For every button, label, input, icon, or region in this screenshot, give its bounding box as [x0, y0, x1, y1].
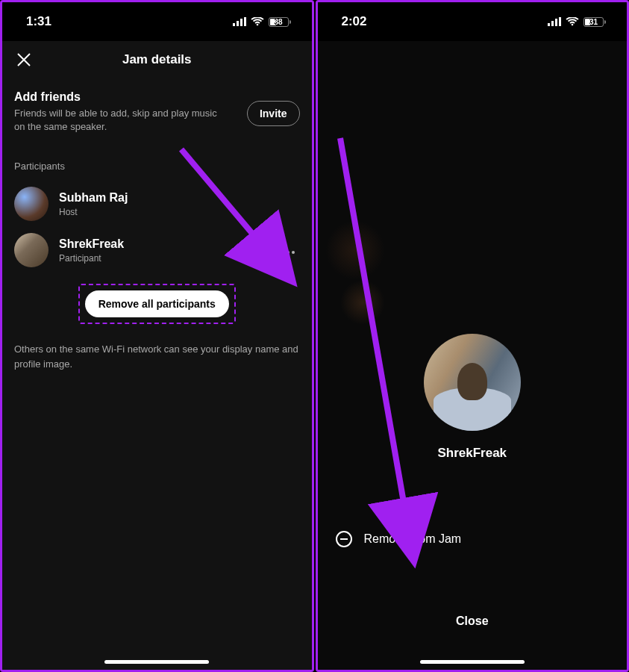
wifi-icon [251, 17, 264, 26]
svg-point-13 [572, 24, 574, 26]
svg-rect-10 [551, 21, 554, 26]
svg-point-4 [256, 24, 258, 26]
participants-label: Participants [2, 141, 312, 181]
home-indicator [104, 660, 209, 664]
participant-role: Host [59, 207, 300, 217]
svg-point-6 [287, 251, 290, 254]
svg-rect-12 [559, 17, 561, 26]
phone-right: 2:02 31 ShrekFre [316, 0, 630, 672]
page-title: Jam details [122, 52, 192, 67]
invite-button[interactable]: Invite [247, 101, 300, 126]
svg-rect-3 [244, 17, 246, 26]
participant-row-host: Subham Raj Host [2, 181, 312, 227]
close-button[interactable]: Close [444, 603, 501, 640]
status-bar: 1:31 38 [2, 2, 312, 41]
cellular-icon [548, 17, 561, 26]
participant-name: ShrekFreak [59, 237, 266, 251]
wifi-icon [566, 17, 579, 26]
svg-point-5 [281, 251, 284, 254]
battery-percent: 31 [584, 18, 603, 26]
more-options-button[interactable] [276, 238, 300, 263]
remove-from-jam-button[interactable]: Remove from Jam [318, 520, 628, 558]
svg-rect-11 [555, 19, 557, 26]
remove-from-jam-label: Remove from Jam [364, 532, 462, 546]
battery-icon: 31 [583, 17, 606, 27]
svg-rect-1 [237, 21, 239, 26]
svg-rect-2 [240, 19, 242, 26]
svg-rect-0 [233, 23, 235, 26]
add-friends-section: Add friends Friends will be able to add,… [2, 78, 312, 141]
participant-name: Subham Raj [59, 191, 300, 205]
status-right: 38 [233, 17, 291, 27]
participant-row: ShrekFreak Participant [2, 227, 312, 273]
participant-name: ShrekFreak [437, 446, 507, 461]
participant-action-sheet: ShrekFreak Remove from Jam Close [318, 41, 628, 670]
home-indicator [420, 660, 525, 664]
close-button[interactable] [14, 50, 34, 69]
battery-icon: 38 [269, 17, 291, 27]
phone-left: 1:31 38 Jam details [0, 0, 314, 672]
wifi-visibility-note: Others on the same Wi-Fi network can see… [2, 335, 312, 379]
avatar [14, 233, 48, 267]
svg-point-7 [292, 251, 295, 254]
participant-role: Participant [59, 253, 266, 264]
svg-rect-9 [548, 23, 550, 26]
status-bar: 2:02 31 [318, 2, 628, 41]
jam-details-screen: Jam details Add friends Friends will be … [2, 41, 312, 670]
cellular-icon [233, 17, 246, 26]
status-time: 1:31 [26, 14, 51, 29]
add-friends-description: Friends will be able to add, skip and pl… [14, 107, 223, 134]
add-friends-heading: Add friends [14, 90, 223, 104]
remove-minus-icon [336, 531, 352, 547]
participant-avatar-large [424, 334, 521, 431]
header: Jam details [2, 41, 312, 78]
status-time: 2:02 [342, 14, 367, 29]
highlight-annotation: Remove all participants [2, 273, 312, 335]
avatar [14, 187, 48, 221]
status-right: 31 [548, 17, 606, 27]
battery-percent: 38 [269, 18, 288, 26]
remove-all-participants-button[interactable]: Remove all participants [85, 290, 229, 317]
